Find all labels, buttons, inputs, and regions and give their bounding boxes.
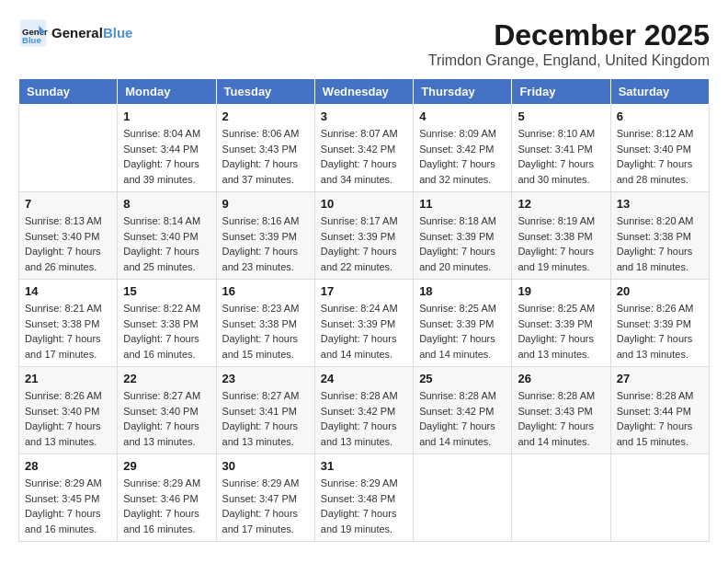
sunrise: Sunrise: 8:10 AM [518,126,604,142]
sunrise: Sunrise: 8:13 AM [25,213,111,229]
calendar-week-5: 28 Sunrise: 8:29 AM Sunset: 3:45 PM Dayl… [19,454,710,542]
day-info: Sunrise: 8:29 AM Sunset: 3:46 PM Dayligh… [123,476,210,536]
calendar-cell-w3-d5: 18 Sunrise: 8:25 AM Sunset: 3:39 PM Dayl… [414,280,512,367]
day-info: Sunrise: 8:29 AM Sunset: 3:47 PM Dayligh… [222,476,309,536]
day-info: Sunrise: 8:13 AM Sunset: 3:40 PM Dayligh… [25,213,111,274]
sunrise: Sunrise: 8:23 AM [222,301,309,316]
sunrise: Sunrise: 8:16 AM [222,213,309,229]
day-info: Sunrise: 8:25 AM Sunset: 3:39 PM Dayligh… [419,301,506,362]
day-info: Sunrise: 8:20 AM Sunset: 3:38 PM Dayligh… [617,213,703,274]
sunset: Sunset: 3:40 PM [25,229,111,245]
daylight: Daylight: 7 hours and 19 minutes. [321,506,407,536]
calendar-cell-w1-d3: 2 Sunrise: 8:06 AM Sunset: 3:43 PM Dayli… [216,105,314,192]
calendar-cell-w1-d4: 3 Sunrise: 8:07 AM Sunset: 3:42 PM Dayli… [314,105,413,192]
day-number: 12 [518,197,604,211]
col-friday: Friday [512,79,610,105]
daylight: Daylight: 7 hours and 13 minutes. [222,419,309,449]
daylight: Daylight: 7 hours and 13 minutes. [518,331,604,362]
sunrise: Sunrise: 8:29 AM [222,476,309,491]
daylight: Daylight: 7 hours and 22 minutes. [321,244,407,274]
day-info: Sunrise: 8:17 AM Sunset: 3:39 PM Dayligh… [321,213,407,274]
sunset: Sunset: 3:43 PM [518,404,604,419]
day-info: Sunrise: 8:16 AM Sunset: 3:39 PM Dayligh… [222,213,309,274]
day-number: 24 [321,372,407,385]
day-info: Sunrise: 8:23 AM Sunset: 3:38 PM Dayligh… [222,301,309,362]
calendar-header-row: Sunday Monday Tuesday Wednesday Thursday… [19,79,710,105]
day-info: Sunrise: 8:25 AM Sunset: 3:39 PM Dayligh… [518,301,604,362]
day-number: 15 [123,284,210,298]
calendar-cell-w4-d3: 23 Sunrise: 8:27 AM Sunset: 3:41 PM Dayl… [216,367,314,454]
daylight: Daylight: 7 hours and 17 minutes. [25,331,111,362]
day-number: 11 [419,197,506,211]
location: Trimdon Grange, England, United Kingdom [428,52,710,69]
daylight: Daylight: 7 hours and 15 minutes. [617,419,703,449]
calendar-cell-w2-d2: 8 Sunrise: 8:14 AM Sunset: 3:40 PM Dayli… [118,192,216,280]
sunset: Sunset: 3:48 PM [321,491,407,507]
sunset: Sunset: 3:38 PM [25,316,111,332]
sunrise: Sunrise: 8:26 AM [617,301,703,316]
calendar-cell-w4-d7: 27 Sunrise: 8:28 AM Sunset: 3:44 PM Dayl… [610,367,709,454]
day-info: Sunrise: 8:29 AM Sunset: 3:45 PM Dayligh… [25,476,111,536]
sunset: Sunset: 3:38 PM [123,316,210,332]
sunrise: Sunrise: 8:28 AM [617,388,703,404]
day-number: 28 [25,459,111,473]
sunrise: Sunrise: 8:25 AM [419,301,506,316]
sunrise: Sunrise: 8:17 AM [321,213,407,229]
sunset: Sunset: 3:41 PM [222,404,309,419]
daylight: Daylight: 7 hours and 13 minutes. [321,419,407,449]
sunrise: Sunrise: 8:29 AM [123,476,210,491]
day-info: Sunrise: 8:04 AM Sunset: 3:44 PM Dayligh… [123,126,210,187]
day-info: Sunrise: 8:10 AM Sunset: 3:41 PM Dayligh… [518,126,604,187]
daylight: Daylight: 7 hours and 30 minutes. [518,156,604,187]
sunrise: Sunrise: 8:29 AM [321,476,407,491]
calendar-cell-w2-d7: 13 Sunrise: 8:20 AM Sunset: 3:38 PM Dayl… [610,192,709,280]
title-section: December 2025 Trimdon Grange, England, U… [428,18,710,69]
logo-general: General [51,25,103,40]
daylight: Daylight: 7 hours and 15 minutes. [222,331,309,362]
day-info: Sunrise: 8:21 AM Sunset: 3:38 PM Dayligh… [25,301,111,362]
day-number: 9 [222,197,309,211]
day-number: 29 [123,459,210,473]
day-number: 25 [419,372,506,385]
calendar-cell-w5-d6 [512,454,610,542]
day-info: Sunrise: 8:26 AM Sunset: 3:40 PM Dayligh… [25,388,111,449]
sunrise: Sunrise: 8:21 AM [25,301,111,316]
day-info: Sunrise: 8:28 AM Sunset: 3:42 PM Dayligh… [419,388,506,449]
daylight: Daylight: 7 hours and 34 minutes. [321,156,407,187]
sunrise: Sunrise: 8:27 AM [222,388,309,404]
sunset: Sunset: 3:39 PM [419,229,506,245]
sunset: Sunset: 3:39 PM [321,316,407,332]
daylight: Daylight: 7 hours and 14 minutes. [518,419,604,449]
day-number: 22 [123,372,210,385]
sunrise: Sunrise: 8:19 AM [518,213,604,229]
sunset: Sunset: 3:38 PM [518,229,604,245]
day-number: 7 [25,197,111,211]
day-info: Sunrise: 8:26 AM Sunset: 3:39 PM Dayligh… [617,301,703,362]
day-info: Sunrise: 8:27 AM Sunset: 3:41 PM Dayligh… [222,388,309,449]
day-info: Sunrise: 8:06 AM Sunset: 3:43 PM Dayligh… [222,126,309,187]
logo-icon: General Blue [18,18,48,48]
calendar-week-3: 14 Sunrise: 8:21 AM Sunset: 3:38 PM Dayl… [19,280,710,367]
calendar-cell-w3-d3: 16 Sunrise: 8:23 AM Sunset: 3:38 PM Dayl… [216,280,314,367]
sunset: Sunset: 3:43 PM [222,142,309,157]
calendar-cell-w2-d5: 11 Sunrise: 8:18 AM Sunset: 3:39 PM Dayl… [414,192,512,280]
day-info: Sunrise: 8:09 AM Sunset: 3:42 PM Dayligh… [419,126,506,187]
sunset: Sunset: 3:44 PM [123,142,210,157]
calendar-cell-w3-d6: 19 Sunrise: 8:25 AM Sunset: 3:39 PM Dayl… [512,280,610,367]
daylight: Daylight: 7 hours and 14 minutes. [419,331,506,362]
daylight: Daylight: 7 hours and 14 minutes. [419,419,506,449]
sunset: Sunset: 3:42 PM [419,142,506,157]
daylight: Daylight: 7 hours and 16 minutes. [123,331,210,362]
page-header: General Blue GeneralBlue December 2025 T… [18,18,710,69]
calendar-cell-w5-d3: 30 Sunrise: 8:29 AM Sunset: 3:47 PM Dayl… [216,454,314,542]
sunrise: Sunrise: 8:18 AM [419,213,506,229]
sunrise: Sunrise: 8:26 AM [25,388,111,404]
sunrise: Sunrise: 8:09 AM [419,126,506,142]
day-info: Sunrise: 8:19 AM Sunset: 3:38 PM Dayligh… [518,213,604,274]
day-number: 21 [25,372,111,385]
calendar-cell-w4-d1: 21 Sunrise: 8:26 AM Sunset: 3:40 PM Dayl… [19,367,118,454]
calendar-cell-w5-d1: 28 Sunrise: 8:29 AM Sunset: 3:45 PM Dayl… [19,454,118,542]
sunset: Sunset: 3:39 PM [518,316,604,332]
daylight: Daylight: 7 hours and 37 minutes. [222,156,309,187]
calendar-week-1: 1 Sunrise: 8:04 AM Sunset: 3:44 PM Dayli… [19,105,710,192]
